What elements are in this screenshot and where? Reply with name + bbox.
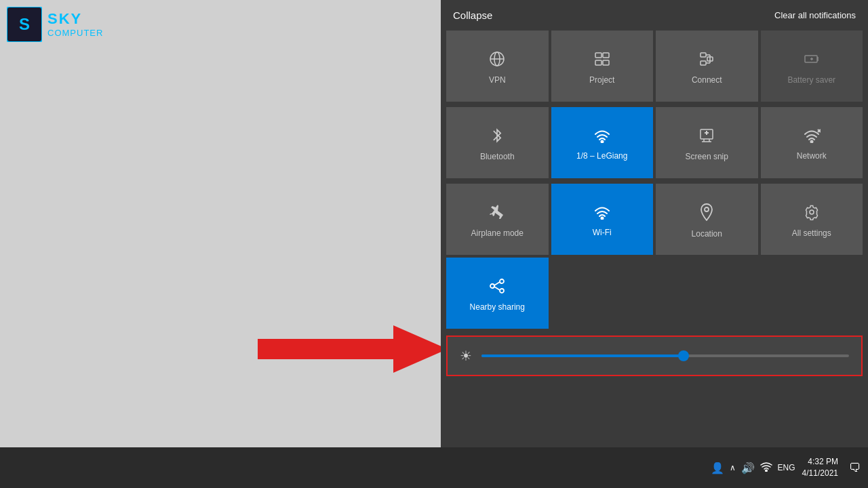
taskbar-system-icons: 👤 ∧ 🔊 ENG (711, 461, 795, 474)
svg-marker-2 (258, 325, 448, 373)
svg-point-35 (765, 470, 766, 471)
brightness-area: ☀ (446, 336, 863, 376)
screen-snip-icon (698, 127, 715, 146)
people-icon[interactable]: 👤 (711, 462, 724, 474)
battery-saver-icon (804, 51, 820, 70)
tiles-row-3: Airplane mode Wi-Fi Location (441, 181, 868, 258)
svg-point-31 (500, 279, 504, 283)
svg-point-24 (810, 140, 812, 142)
tile-connect-label: Connect (692, 75, 722, 85)
svg-point-22 (601, 140, 603, 142)
tile-all-settings[interactable]: All settings (761, 184, 863, 255)
logo-sky: SKY (47, 10, 103, 28)
logo-text: SKY COMPUTER (47, 10, 103, 39)
svg-rect-9 (603, 60, 609, 65)
tile-airplane-mode[interactable]: Airplane mode (446, 184, 549, 255)
brightness-slider-fill (481, 354, 684, 357)
taskbar-clock[interactable]: 4:32 PM 4/11/2021 (802, 456, 838, 479)
tile-location-label: Location (692, 229, 722, 239)
chevron-icon[interactable]: ∧ (730, 463, 736, 472)
brightness-slider-thumb[interactable] (678, 350, 689, 361)
tile-nearby-sharing-label: Nearby sharing (470, 302, 525, 312)
taskbar-time: 4:32 PM (802, 456, 838, 468)
tile-screen-snip[interactable]: Screen snip (656, 107, 758, 178)
taskbar-date: 4/11/2021 (802, 468, 838, 479)
tile-location[interactable]: Location (656, 184, 758, 255)
svg-point-32 (500, 289, 504, 293)
tile-wifi-active[interactable]: 1/8 – LeGiang (551, 107, 654, 178)
tile-nearby-sharing[interactable]: Nearby sharing (446, 258, 549, 329)
svg-text:S: S (19, 15, 30, 33)
tile-bluetooth[interactable]: Bluetooth (446, 107, 549, 178)
svg-line-33 (494, 282, 500, 285)
nearby-sharing-icon (488, 278, 506, 297)
volume-icon[interactable]: 🔊 (741, 462, 755, 474)
collapse-button[interactable]: Collapse (453, 9, 492, 21)
tile-wifi-label: Wi-Fi (593, 228, 612, 237)
svg-line-34 (494, 287, 500, 290)
brightness-slider-track (481, 354, 849, 357)
language-label[interactable]: ENG (778, 463, 795, 472)
tile-project[interactable]: Project (551, 30, 654, 102)
tile-project-label: Project (589, 75, 614, 85)
wifi-active-icon (593, 128, 611, 146)
airplane-mode-icon (489, 204, 505, 223)
ac-header: Collapse Clear all notifications (441, 0, 868, 28)
tile-all-settings-label: All settings (792, 228, 831, 238)
bluetooth-icon (490, 127, 504, 146)
svg-point-29 (810, 210, 814, 214)
tile-battery-saver-label: Battery saver (787, 75, 835, 85)
tiles-row-1: VPN Project (441, 28, 868, 104)
tile-airplane-mode-label: Airplane mode (471, 228, 524, 238)
tile-screen-snip-label: Screen snip (686, 152, 728, 161)
tile-wifi-active-label: 1/8 – LeGiang (576, 151, 627, 161)
left-area (0, 0, 448, 447)
svg-point-28 (705, 207, 709, 211)
taskbar-right: 👤 ∧ 🔊 ENG 4:32 PM 4/11/2021 🗨 (711, 456, 861, 479)
tile-battery-saver[interactable]: Battery saver (761, 30, 863, 102)
tile-wifi[interactable]: Wi-Fi (551, 184, 654, 255)
network-icon (803, 128, 821, 146)
all-settings-icon (804, 204, 820, 223)
tile-network-label: Network (797, 151, 827, 161)
tile-bluetooth-label: Bluetooth (480, 152, 515, 161)
taskbar: 👤 ∧ 🔊 ENG 4:32 PM 4/11/2021 🗨 (0, 447, 868, 488)
action-center: Collapse Clear all notifications VPN (441, 0, 868, 447)
location-icon (700, 203, 713, 224)
svg-point-30 (490, 284, 494, 288)
vpn-icon (489, 51, 505, 70)
tile-vpn-label: VPN (489, 75, 506, 85)
svg-rect-10 (701, 53, 706, 57)
svg-point-27 (601, 217, 603, 219)
logo-computer: COMPUTER (47, 28, 103, 39)
notification-icon[interactable]: 🗨 (849, 461, 861, 475)
logo-area: S SKY COMPUTER (7, 7, 103, 42)
tile-network[interactable]: Network (761, 107, 863, 178)
svg-rect-11 (701, 61, 706, 65)
tile-connect[interactable]: Connect (656, 30, 758, 102)
connect-icon (698, 51, 715, 70)
svg-rect-8 (595, 60, 601, 65)
sky-logo-icon: S (7, 7, 42, 42)
svg-rect-7 (603, 53, 609, 58)
svg-rect-6 (595, 53, 601, 58)
tiles-row-2: Bluetooth 1/8 – LeGiang (441, 104, 868, 181)
project-icon (594, 51, 610, 70)
brightness-icon: ☀ (460, 348, 472, 364)
wifi-icon (593, 205, 611, 222)
wifi-taskbar-icon[interactable] (760, 461, 772, 474)
tiles-row-4: Nearby sharing (441, 258, 868, 331)
clear-all-button[interactable]: Clear all notifications (774, 10, 856, 20)
red-arrow (258, 322, 448, 376)
tile-vpn[interactable]: VPN (446, 30, 549, 102)
